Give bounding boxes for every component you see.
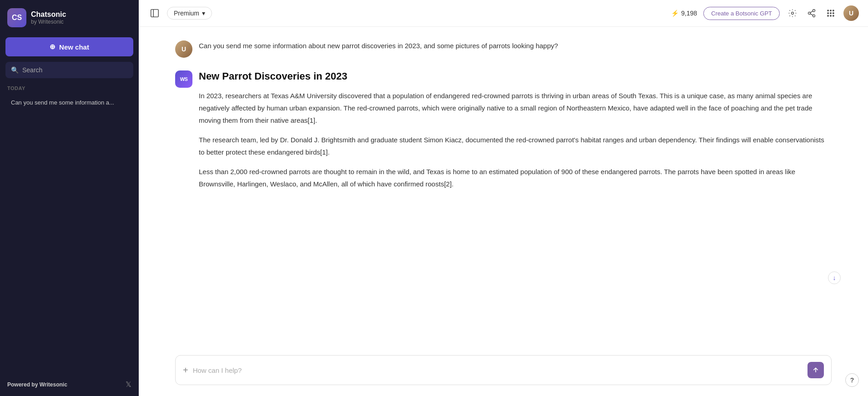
svg-point-8: [828, 10, 829, 11]
apps-grid-button[interactable]: [824, 7, 837, 20]
search-icon: 🔍: [11, 66, 19, 74]
credits-count: 9,198: [681, 10, 697, 17]
sidebar-toggle-button[interactable]: [148, 6, 161, 20]
powered-by: Powered by Writesonic: [7, 381, 67, 388]
brand-sub: by Writesonic: [31, 19, 66, 25]
svg-point-13: [833, 13, 834, 14]
svg-point-16: [833, 15, 834, 17]
ai-message-row: WS New Parrot Discoveries in 2023 In 202…: [175, 70, 832, 190]
chat-input[interactable]: [193, 366, 803, 374]
search-bar[interactable]: 🔍 Search: [5, 62, 133, 78]
svg-line-6: [810, 14, 813, 15]
user-message-content: Can you send me some information about n…: [199, 40, 832, 51]
user-message-text: Can you send me some information about n…: [199, 40, 832, 51]
user-avatar[interactable]: U: [843, 5, 859, 21]
ai-paragraph-3: Less than 2,000 red-crowned parrots are …: [199, 165, 832, 190]
input-area: +: [139, 348, 868, 396]
sidebar-footer: Powered by Writesonic 𝕏: [0, 373, 139, 396]
svg-point-2: [792, 12, 794, 15]
header-left: Premium ▾: [148, 6, 212, 20]
ai-response-body: In 2023, researchers at Texas A&M Univer…: [199, 90, 832, 190]
twitter-icon[interactable]: 𝕏: [126, 380, 131, 389]
search-label: Search: [22, 66, 42, 74]
add-attachment-icon[interactable]: +: [183, 365, 188, 376]
logo-icon: CS: [7, 8, 26, 27]
header-right: ⚡ 9,198 Create a Botsonic GPT: [671, 5, 859, 21]
create-gpt-label: Create a Botsonic GPT: [711, 10, 772, 17]
svg-point-10: [833, 10, 834, 11]
svg-point-4: [808, 12, 811, 15]
today-section-label: TODAY: [0, 85, 139, 95]
history-item-text: Can you send me some information a...: [11, 99, 114, 106]
premium-badge[interactable]: Premium ▾: [167, 7, 212, 20]
svg-rect-0: [151, 10, 159, 17]
send-button[interactable]: [807, 362, 824, 378]
history-item[interactable]: Can you send me some information a...: [4, 95, 135, 110]
input-box: +: [175, 355, 832, 385]
lightning-icon: ⚡: [671, 10, 679, 17]
svg-point-14: [828, 15, 829, 17]
svg-point-3: [813, 10, 815, 12]
create-gpt-button[interactable]: Create a Botsonic GPT: [703, 7, 780, 20]
svg-point-12: [830, 13, 832, 14]
svg-point-15: [830, 15, 832, 17]
plus-icon: ⊕: [50, 43, 56, 51]
svg-point-5: [813, 15, 815, 17]
help-button[interactable]: ?: [845, 373, 859, 387]
share-button[interactable]: [805, 7, 818, 20]
header: Premium ▾ ⚡ 9,198 Create a Botsonic GPT: [139, 0, 868, 27]
credits-display: ⚡ 9,198: [671, 10, 697, 17]
chat-area: U Can you send me some information about…: [139, 27, 868, 348]
sidebar-logo: CS Chatsonic by Writesonic: [0, 0, 139, 35]
user-message-row: U Can you send me some information about…: [175, 40, 832, 58]
main-content: Premium ▾ ⚡ 9,198 Create a Botsonic GPT: [139, 0, 868, 396]
svg-point-11: [828, 13, 829, 14]
scroll-down-indicator[interactable]: ↓: [828, 271, 841, 284]
svg-point-9: [830, 10, 832, 11]
ai-avatar: WS: [175, 70, 192, 88]
chevron-down-icon: ▾: [202, 10, 205, 17]
ai-message-content: New Parrot Discoveries in 2023 In 2023, …: [199, 70, 832, 190]
settings-button[interactable]: [786, 7, 799, 20]
new-chat-button[interactable]: ⊕ New chat: [5, 37, 133, 56]
logo-text: Chatsonic by Writesonic: [31, 10, 66, 25]
ai-response-title: New Parrot Discoveries in 2023: [199, 70, 832, 82]
ai-paragraph-1: In 2023, researchers at Texas A&M Univer…: [199, 90, 832, 126]
premium-label: Premium: [174, 10, 199, 17]
ai-paragraph-2: The research team, led by Dr. Donald J. …: [199, 134, 832, 158]
svg-line-7: [810, 11, 813, 12]
new-chat-label: New chat: [59, 43, 89, 51]
brand-name: Chatsonic: [31, 10, 66, 19]
user-message-avatar: U: [175, 40, 192, 58]
sidebar: CS Chatsonic by Writesonic ⊕ New chat 🔍 …: [0, 0, 139, 396]
